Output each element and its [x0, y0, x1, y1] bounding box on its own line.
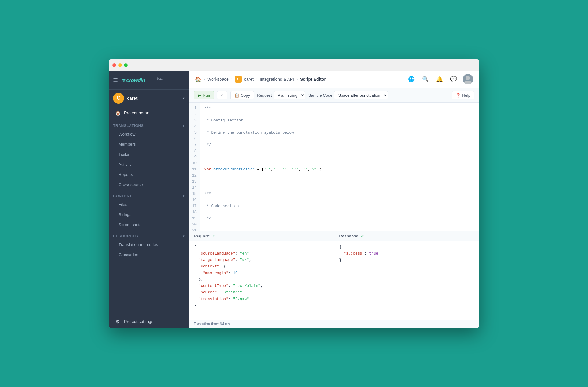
copy-icon: 📋: [234, 93, 239, 98]
caret-badge: C: [235, 76, 242, 83]
breadcrumb-workspace[interactable]: Workspace: [207, 77, 229, 82]
sidebar-item-project-home[interactable]: 🏠 Project home: [109, 107, 189, 119]
line-numbers: 12345 678910 1112131415 1617181920 21222…: [189, 103, 200, 231]
code-content[interactable]: /** * Config section * Define the punctu…: [200, 103, 479, 231]
glossaries-label: Glossaries: [119, 252, 138, 257]
main-content: 🏠 › Workspace › C caret › Integrations &…: [189, 71, 479, 328]
response-panel: Response ✓ { "success": true }: [334, 231, 480, 320]
breadcrumb-sep-4: ›: [296, 77, 298, 81]
sidebar-item-activity[interactable]: Activity: [109, 159, 189, 169]
strings-label: Strings: [119, 212, 131, 217]
response-panel-title: Response: [339, 234, 358, 238]
content-section-toggle[interactable]: ▾: [183, 194, 185, 198]
bottom-panels: Request ✓ { "sourceLanguage": "en", "tar…: [189, 231, 479, 320]
minimize-button[interactable]: [118, 63, 122, 67]
members-label: Members: [119, 142, 136, 147]
sidebar-section-translations: Translations ▾: [109, 119, 189, 129]
request-check-icon: ✓: [212, 234, 215, 238]
app-window: ☰ ≋ crowdin beta C caret ▾ 🏠 Project hom…: [109, 59, 479, 328]
resources-section-label: Resources: [113, 234, 138, 238]
sidebar-item-project-settings[interactable]: ⚙ Project settings: [109, 315, 189, 328]
breadcrumb-current: Script Editor: [300, 77, 326, 82]
run-label: Run: [203, 93, 210, 98]
activity-label: Activity: [119, 162, 132, 167]
request-group: Request Plain string JSON File: [257, 91, 305, 99]
close-button[interactable]: [112, 63, 116, 67]
translations-section-toggle[interactable]: ▾: [183, 124, 185, 128]
sample-code-select[interactable]: Space after punctuation Custom: [334, 91, 388, 99]
sidebar-item-tasks[interactable]: Tasks: [109, 149, 189, 159]
request-panel-header: Request ✓: [189, 231, 334, 241]
reports-label: Reports: [119, 172, 133, 177]
bell-icon[interactable]: 🔔: [435, 74, 444, 84]
breadcrumb-sep-3: ›: [256, 77, 257, 81]
request-panel-title: Request: [194, 234, 209, 238]
run-button[interactable]: ▶ Run: [194, 91, 214, 99]
sidebar: ☰ ≋ crowdin beta C caret ▾ 🏠 Project hom…: [109, 71, 189, 328]
top-nav-actions: 🌐 🔍 🔔 💬: [406, 74, 473, 84]
sidebar-item-screenshots[interactable]: Screenshots: [109, 220, 189, 230]
files-label: Files: [119, 202, 127, 207]
breadcrumb-integrations[interactable]: Integrations & API: [260, 77, 294, 82]
sidebar-item-workflow[interactable]: Workflow: [109, 129, 189, 139]
response-panel-content: { "success": true }: [334, 241, 480, 320]
execution-time-bar: Execution time: 64 ms.: [189, 320, 479, 328]
sidebar-header: ☰ ≋ crowdin beta: [109, 71, 189, 89]
svg-point-2: [464, 81, 472, 84]
help-button[interactable]: ❓ Help: [452, 91, 474, 99]
request-label: Request: [257, 93, 272, 98]
chevron-down-icon: ▾: [183, 96, 185, 100]
sidebar-item-glossaries[interactable]: Glossaries: [109, 250, 189, 260]
request-select[interactable]: Plain string JSON File: [274, 91, 305, 99]
sidebar-item-files[interactable]: Files: [109, 199, 189, 210]
sidebar-item-reports[interactable]: Reports: [109, 169, 189, 180]
request-panel: Request ✓ { "sourceLanguage": "en", "tar…: [189, 231, 334, 320]
sidebar-item-strings[interactable]: Strings: [109, 210, 189, 220]
workflow-label: Workflow: [119, 132, 135, 136]
globe-icon[interactable]: 🌐: [406, 74, 416, 84]
tasks-label: Tasks: [119, 152, 129, 157]
top-nav: 🏠 › Workspace › C caret › Integrations &…: [189, 71, 479, 88]
project-settings-label: Project settings: [124, 319, 153, 324]
resources-section-toggle[interactable]: ▾: [183, 234, 185, 238]
editor-toolbar: ▶ Run ✓ 📋 Copy Request Plain string JSON…: [189, 88, 479, 103]
editor-area: 12345 678910 1112131415 1617181920 21222…: [189, 103, 479, 328]
project-name: caret: [127, 95, 180, 101]
sample-code-group: Sample Code Space after punctuation Cust…: [308, 91, 388, 99]
user-avatar[interactable]: [463, 74, 473, 84]
breadcrumb-sep-1: ›: [204, 77, 205, 81]
screenshots-label: Screenshots: [119, 222, 141, 227]
run-play-icon: ▶: [198, 93, 201, 98]
check-button[interactable]: ✓: [217, 91, 227, 99]
search-icon[interactable]: 🔍: [420, 74, 430, 84]
copy-button[interactable]: 📋 Copy: [230, 91, 254, 99]
response-check-icon: ✓: [361, 234, 364, 238]
code-editor[interactable]: 12345 678910 1112131415 1617181920 21222…: [189, 103, 479, 231]
sample-code-label: Sample Code: [308, 93, 333, 98]
help-label: Help: [462, 93, 470, 98]
copy-label: Copy: [241, 93, 250, 98]
sidebar-section-resources: Resources ▾: [109, 230, 189, 240]
request-panel-content[interactable]: { "sourceLanguage": "en", "targetLanguag…: [189, 241, 334, 320]
sidebar-item-crowdsource[interactable]: Crowdsource: [109, 180, 189, 190]
logo-area: ≋ crowdin beta: [121, 76, 163, 84]
execution-time-label: Execution time: 64 ms.: [194, 322, 231, 326]
breadcrumb-caret[interactable]: caret: [244, 77, 254, 82]
project-selector[interactable]: C caret ▾: [109, 89, 189, 107]
help-icon: ❓: [456, 93, 461, 98]
breadcrumb-home-icon[interactable]: 🏠: [195, 76, 201, 82]
chat-icon[interactable]: 💬: [449, 74, 458, 84]
crowdin-logo: ≋ crowdin: [121, 76, 155, 84]
translations-section-label: Translations: [113, 124, 144, 128]
beta-badge: beta: [157, 77, 163, 80]
hamburger-icon[interactable]: ☰: [113, 77, 118, 84]
response-panel-header: Response ✓: [334, 231, 480, 241]
app-body: ☰ ≋ crowdin beta C caret ▾ 🏠 Project hom…: [109, 71, 479, 328]
sidebar-item-translation-memories[interactable]: Translation memories: [109, 240, 189, 250]
translation-memories-label: Translation memories: [119, 242, 158, 247]
sidebar-footer: ⚙ Project settings: [109, 315, 189, 328]
svg-point-1: [466, 76, 470, 80]
sidebar-item-members[interactable]: Members: [109, 139, 189, 149]
maximize-button[interactable]: [124, 63, 128, 67]
titlebar: [109, 59, 479, 71]
